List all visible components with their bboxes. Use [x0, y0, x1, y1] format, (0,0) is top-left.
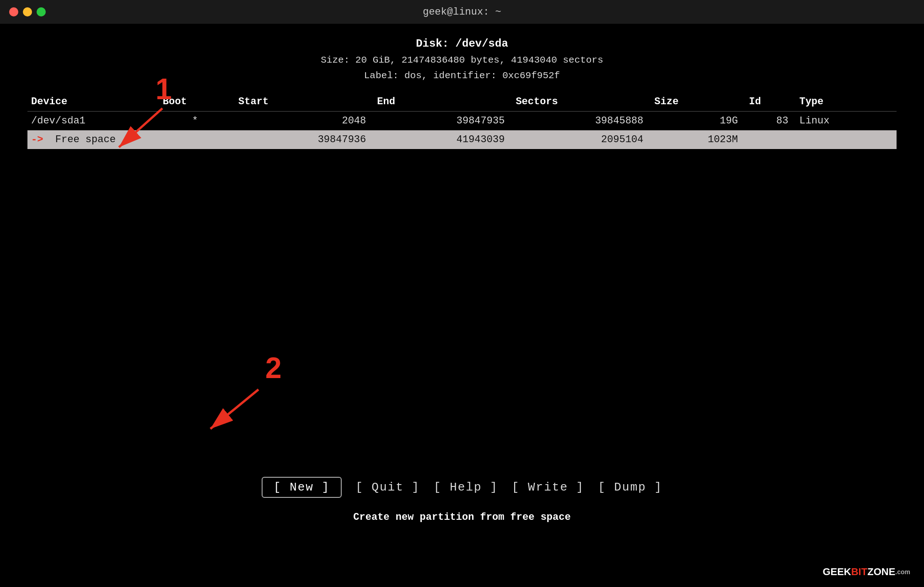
row1-size: 19G — [651, 112, 746, 131]
watermark-com: .com — [895, 568, 910, 576]
status-text: Create new partition from free space — [353, 512, 570, 523]
minimize-button[interactable] — [23, 7, 32, 16]
buttons-row: [ New ] [ Quit ] [ Help ] [ Write ] [ Du… — [262, 477, 662, 498]
header-sectors: Sectors — [512, 92, 650, 112]
close-button[interactable] — [9, 7, 18, 16]
header-id: Id — [745, 92, 795, 112]
svg-line-5 — [210, 390, 258, 429]
write-button[interactable]: [ Write ] — [512, 480, 584, 494]
watermark-geek: GEEK — [822, 566, 851, 578]
row2-sectors: 2095104 — [512, 130, 650, 149]
row1-start: 2048 — [235, 112, 373, 131]
quit-button[interactable]: [ Quit ] — [355, 480, 420, 494]
watermark: GEEK BIT ZONE .com — [822, 566, 910, 578]
maximize-button[interactable] — [37, 7, 46, 16]
header-size: Size — [651, 92, 746, 112]
help-button[interactable]: [ Help ] — [434, 480, 498, 494]
disk-label-line: Label: dos, identifier: 0xc69f952f — [27, 68, 897, 84]
partition-table: Device Boot Start End Sectors Size Id Ty… — [27, 92, 897, 149]
row2-start: 39847936 — [235, 130, 373, 149]
window-title: geek@linux: ~ — [423, 6, 501, 18]
row2-boot — [159, 130, 235, 149]
disk-info: Disk: /dev/sda Size: 20 GiB, 21474836480… — [27, 37, 897, 83]
table-header-row: Device Boot Start End Sectors Size Id Ty… — [27, 92, 897, 112]
row1-id: 83 — [745, 112, 795, 131]
header-type: Type — [795, 92, 897, 112]
titlebar: geek@linux: ~ — [0, 0, 924, 24]
row2-type — [795, 130, 897, 149]
dump-button[interactable]: [ Dump ] — [598, 480, 662, 494]
row1-boot: * — [159, 112, 235, 131]
row2-size: 1023M — [651, 130, 746, 149]
header-start: Start — [235, 92, 373, 112]
disk-size: Size: 20 GiB, 21474836480 bytes, 4194304… — [27, 53, 897, 68]
window-controls — [9, 7, 46, 16]
watermark-bit: BIT — [851, 566, 867, 578]
table-row[interactable]: /dev/sda1 * 2048 39847935 39845888 19G 8… — [27, 112, 897, 131]
svg-text:2: 2 — [265, 352, 282, 384]
header-device: Device — [27, 92, 159, 112]
header-end: End — [373, 92, 512, 112]
row2-device: -> Free space — [27, 130, 159, 149]
row2-id — [745, 130, 795, 149]
watermark-zone: ZONE — [867, 566, 895, 578]
row1-end: 39847935 — [373, 112, 512, 131]
row1-type: Linux — [795, 112, 897, 131]
bottom-area: [ New ] [ Quit ] [ Help ] [ Write ] [ Du… — [0, 477, 924, 523]
header-boot: Boot — [159, 92, 235, 112]
row1-sectors: 39845888 — [512, 112, 650, 131]
row1-device: /dev/sda1 — [27, 112, 159, 131]
new-button[interactable]: [ New ] — [262, 477, 342, 498]
table-row-freespace[interactable]: -> Free space 39847936 41943039 2095104 … — [27, 130, 897, 149]
row2-end: 41943039 — [373, 130, 512, 149]
terminal-area: Disk: /dev/sda Size: 20 GiB, 21474836480… — [0, 24, 924, 587]
disk-label: Disk: /dev/sda — [27, 37, 897, 50]
